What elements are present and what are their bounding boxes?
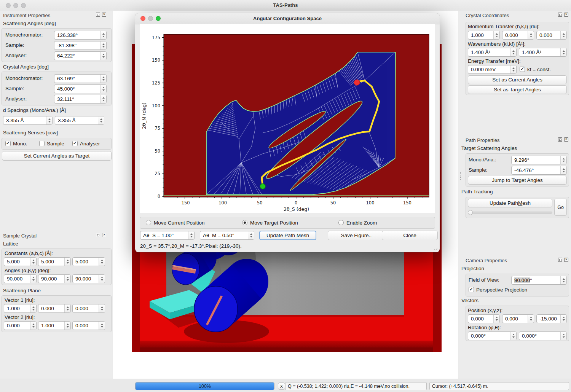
radio-move-current-label[interactable]: Move Current Position <box>154 220 205 226</box>
svg-text:25: 25 <box>155 171 160 176</box>
l-spinbox[interactable]: 0.000 <box>536 31 567 40</box>
scattering-ana-spinbox[interactable]: 64.222° <box>54 51 107 60</box>
dialog-titlebar[interactable]: Angular Configuration Space <box>135 13 440 24</box>
jump-to-target-button[interactable]: Jump to Target Angles <box>468 176 567 185</box>
scattering-mono-spinbox[interactable]: 126.338° <box>54 31 107 40</box>
cam-y-spinbox[interactable]: 0.000 <box>502 314 534 323</box>
vec2-x-spinbox[interactable]: 0.000 <box>4 321 37 330</box>
radio-move-target-label[interactable]: Move Target Position <box>250 220 298 226</box>
float-panel-icon[interactable] <box>558 258 562 262</box>
close-button[interactable]: Close <box>382 231 438 240</box>
ki-spinbox[interactable]: 1.400 Å¹ <box>468 48 517 57</box>
close-panel-icon[interactable] <box>564 258 568 262</box>
resize-grip[interactable] <box>434 247 438 250</box>
crystal-mono-spinbox[interactable]: 63.169° <box>54 74 107 83</box>
scattering-angles-label: Scattering Angles [deg] <box>3 21 56 26</box>
radio-move-target[interactable] <box>242 220 247 225</box>
set-as-target-angles-button[interactable]: Set as Target Angles <box>468 85 567 94</box>
lattice-b-spinbox[interactable]: 5.000 <box>38 257 71 266</box>
sense-mono-checkbox[interactable] <box>5 141 11 146</box>
energy-label: Energy Transfer [meV]: <box>468 58 521 64</box>
cam-z-spinbox[interactable]: -15.000 <box>536 314 567 323</box>
target-sample-spinbox[interactable]: -46.476° <box>511 166 567 175</box>
radio-move-current[interactable] <box>146 220 151 225</box>
splitter-handle[interactable] <box>460 172 461 180</box>
cam-x-spinbox[interactable]: 0.000 <box>468 314 500 323</box>
mono-label: Monochromator: <box>5 75 43 81</box>
alpha-spinbox[interactable]: 90.000 <box>4 274 37 283</box>
svg-text:75: 75 <box>155 126 160 131</box>
k-spinbox[interactable]: 0.000 <box>502 31 534 40</box>
path-props-panel-title: Path Properties <box>466 137 500 143</box>
path-tracking-slider[interactable] <box>468 212 552 214</box>
svg-text:50: 50 <box>155 148 160 154</box>
gamma-spinbox[interactable]: 90.000 <box>72 274 105 283</box>
float-panel-icon[interactable] <box>558 137 562 142</box>
dspacing-mono-spinbox[interactable]: 3.355 Å <box>3 116 53 125</box>
vec1-z-spinbox[interactable]: 0.000 <box>72 304 105 313</box>
set-as-current-angles-button[interactable]: Set as Current Angles <box>468 75 567 84</box>
config-space-plot[interactable]: -150-100-5005010015002550751001251501752… <box>140 24 435 213</box>
close-panel-icon[interactable] <box>564 137 568 142</box>
vector1-label: Vector 1 [rlu]: <box>5 297 35 303</box>
sense-sample-label[interactable]: Sample <box>47 141 64 147</box>
delta-theta-m-spinbox[interactable]: Δθ_M = 0.50° <box>200 231 254 240</box>
close-panel-icon[interactable] <box>564 13 568 17</box>
sense-ana-checkbox[interactable] <box>72 141 78 146</box>
vec2-z-spinbox[interactable]: 0.000 <box>72 321 105 330</box>
crystal-coords-panel-icons <box>558 13 568 17</box>
delta-theta-s-spinbox[interactable]: Δθ_S = 1.00° <box>140 231 195 240</box>
spin-buttons[interactable] <box>188 231 194 239</box>
perspective-label[interactable]: Perspective Projection <box>476 287 527 293</box>
constants-label: Constants (a,b,c) [Å]: <box>5 250 53 256</box>
cam-theta-spinbox[interactable]: 0.000° <box>519 331 567 340</box>
crystal-sample-spinbox[interactable]: 45.000° <box>54 84 107 93</box>
vec1-y-spinbox[interactable]: 0.000 <box>38 304 71 313</box>
svg-text:-150: -150 <box>180 200 190 206</box>
lattice-a-spinbox[interactable]: 5.000 <box>4 257 37 266</box>
perspective-checkbox[interactable] <box>469 287 474 292</box>
ana-label: Analyser: <box>5 96 27 102</box>
beta-spinbox[interactable]: 90.000 <box>38 274 71 283</box>
close-panel-icon[interactable] <box>102 13 106 17</box>
vec1-x-spinbox[interactable]: 1.000 <box>4 304 37 313</box>
radio-enable-zoom-label[interactable]: Enable Zoom <box>346 220 377 226</box>
target-scattering-label: Target Scattering Angles <box>461 145 517 151</box>
vec2-y-spinbox[interactable]: 1.000 <box>38 321 71 330</box>
float-panel-icon[interactable] <box>96 233 100 237</box>
update-path-mesh-button[interactable]: Update Path Mesh <box>259 231 316 240</box>
sense-sample-checkbox[interactable] <box>39 141 45 146</box>
fov-spinbox[interactable]: 90.000° <box>511 276 567 285</box>
cam-phi-spinbox[interactable]: 0.000° <box>468 331 517 340</box>
dspacings-label: d Spacings (Mono/Ana.) [Å] <box>3 107 66 113</box>
sample-crystal-panel-title: Sample Crystal <box>3 233 37 239</box>
target-mono-ana-spinbox[interactable]: 9.296° <box>511 156 567 164</box>
float-panel-icon[interactable] <box>96 13 100 17</box>
svg-text:50: 50 <box>330 200 336 206</box>
kf-const-label[interactable]: kf = const. <box>527 67 551 72</box>
scattering-sample-spinbox[interactable]: -81.398° <box>54 41 107 50</box>
kf-spinbox[interactable]: 1.400 Å¹ <box>519 48 567 57</box>
go-button[interactable]: Go <box>554 199 567 216</box>
crystal-ana-spinbox[interactable]: 32.111° <box>54 95 107 104</box>
h-spinbox[interactable]: 1.000 <box>468 31 500 40</box>
lattice-c-spinbox[interactable]: 5.000 <box>72 257 105 266</box>
update-path-mesh-dock-button[interactable]: Update Path Mesh <box>468 199 552 207</box>
dspacing-ana-spinbox[interactable]: 3.355 Å <box>55 116 104 125</box>
sample-label: Sample: <box>5 86 24 91</box>
energy-spinbox[interactable]: 0.000 meV <box>468 65 517 74</box>
svg-text:-100: -100 <box>217 200 227 206</box>
float-panel-icon[interactable] <box>558 13 562 17</box>
sense-ana-label[interactable]: Analyser <box>80 141 100 147</box>
close-panel-icon[interactable] <box>102 233 106 237</box>
kf-const-checkbox[interactable] <box>520 67 525 72</box>
set-current-as-target-button[interactable]: Set Current Angles as Target <box>2 151 112 161</box>
save-figure-button[interactable]: Save Figure.. <box>328 231 385 240</box>
wavenumbers-label: Wavenumbers (ki,kf) [Å¹]: <box>468 41 526 47</box>
camera-panel-icons <box>558 258 568 262</box>
radio-enable-zoom[interactable] <box>338 220 344 225</box>
sense-mono-label[interactable]: Mono. <box>13 141 27 147</box>
spin-buttons[interactable] <box>248 231 254 239</box>
path-tracking-slider-handle[interactable] <box>468 210 473 215</box>
stop-calculation-button[interactable]: X <box>278 382 285 390</box>
